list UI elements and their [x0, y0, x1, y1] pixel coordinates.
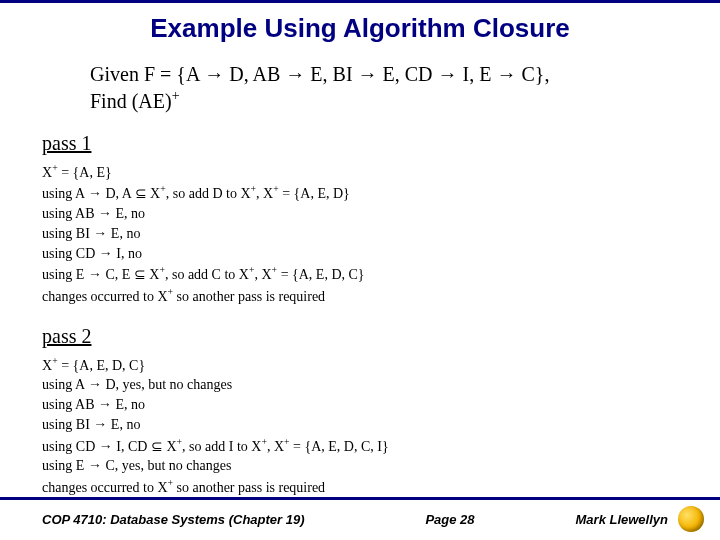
pass1-heading: pass 1: [42, 132, 720, 155]
given-line-2: Find (AE)+: [90, 87, 680, 114]
footer-bar: COP 4710: Database Systems (Chapter 19) …: [0, 500, 720, 540]
pass1-line: X+ = {A, E}: [42, 161, 720, 183]
pass2-line: using BI → E, no: [42, 415, 720, 435]
pass2-line: using A → D, yes, but no changes: [42, 375, 720, 395]
pass1-line: using CD → I, no: [42, 244, 720, 264]
given-line-1: Given F = {A → D, AB → E, BI → E, CD → I…: [90, 62, 680, 87]
pass1-line: changes occurred to X+ so another pass i…: [42, 285, 720, 307]
pass1-line: using BI → E, no: [42, 224, 720, 244]
pass1-line: using E → C, E ⊆ X+, so add C to X+, X+ …: [42, 263, 720, 285]
pass2-line: changes occurred to X+ so another pass i…: [42, 476, 720, 498]
pass1-body: X+ = {A, E} using A → D, A ⊆ X+, so add …: [42, 161, 720, 307]
footer-author: Mark Llewellyn: [576, 512, 668, 527]
pass2-heading: pass 2: [42, 325, 720, 348]
given-block: Given F = {A → D, AB → E, BI → E, CD → I…: [90, 62, 680, 114]
pass2-body: X+ = {A, E, D, C} using A → D, yes, but …: [42, 354, 720, 498]
footer-course: COP 4710: Database Systems (Chapter 19): [42, 512, 305, 527]
footer: COP 4710: Database Systems (Chapter 19) …: [0, 497, 720, 540]
slide-title: Example Using Algorithm Closure: [0, 13, 720, 44]
ucf-logo-icon: [678, 506, 704, 532]
footer-page: Page 28: [325, 512, 576, 527]
top-rule: [0, 0, 720, 3]
pass2-line: X+ = {A, E, D, C}: [42, 354, 720, 376]
pass2-line: using E → C, yes, but no changes: [42, 456, 720, 476]
pass1-line: using A → D, A ⊆ X+, so add D to X+, X+ …: [42, 182, 720, 204]
pass2-line: using CD → I, CD ⊆ X+, so add I to X+, X…: [42, 435, 720, 457]
pass1-line: using AB → E, no: [42, 204, 720, 224]
pass2-line: using AB → E, no: [42, 395, 720, 415]
